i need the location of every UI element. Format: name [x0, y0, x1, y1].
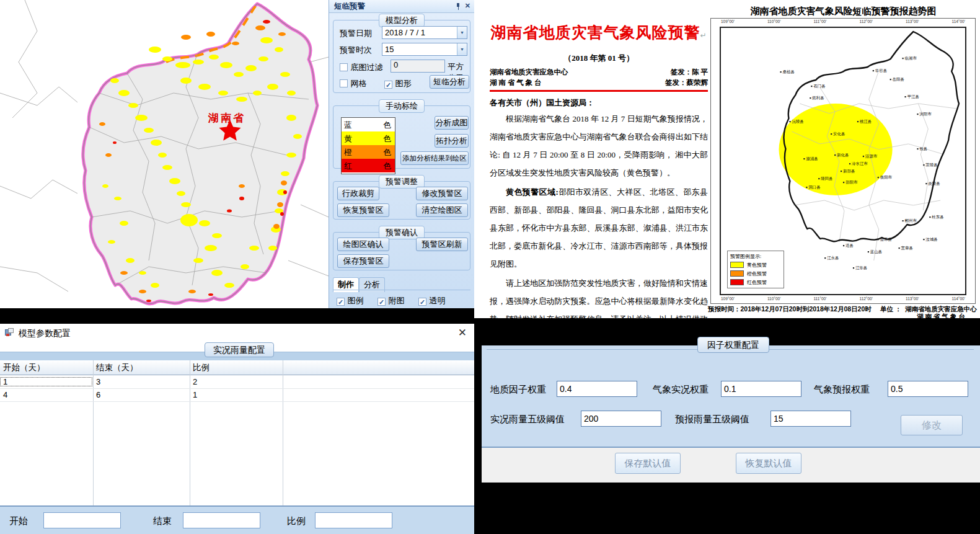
- graphic-checkbox[interactable]: ✓: [384, 81, 392, 89]
- group-manual-plot-label: 手动标绘: [379, 99, 425, 113]
- topology-analysis-button[interactable]: 拓扑分析: [435, 134, 469, 148]
- modify-button[interactable]: 修改: [901, 415, 963, 435]
- county-label: 涟源市: [865, 154, 878, 159]
- geo-weight-input[interactable]: [557, 381, 637, 397]
- signer-1: 签发：陈 平: [671, 68, 708, 77]
- signer-2: 签发：蔡荣辉: [665, 78, 708, 87]
- transparent-checkbox[interactable]: ✓: [418, 298, 426, 306]
- clear-canvas-button[interactable]: 清空绘图区: [416, 203, 468, 217]
- county-label: 汝城县: [925, 237, 938, 242]
- add-result-to-canvas-button[interactable]: 添加分析结果到绘区: [400, 151, 469, 165]
- document-viewer: 湖南省地质灾害气象风险预警↵ （2018 年第 01 号） 湖南省地质灾害应急中…: [474, 0, 980, 318]
- paragraph-1: 根据湖南省气象台 2018 年 12 月 7 日短期气象预报情况，湖南省地质灾害…: [490, 110, 708, 182]
- county-label: 桃江县: [860, 119, 872, 124]
- legend-checkbox[interactable]: ✓: [337, 298, 345, 306]
- live-rain-threshold-label: 实况雨量五级阈值: [490, 414, 565, 425]
- transparent-checkbox-label: 透明: [429, 296, 445, 305]
- map-legend: 预警图例显示: 黄色预警 橙色预警 红色预警: [727, 251, 784, 288]
- warn-time-label: 预警时次: [340, 45, 372, 56]
- color-item[interactable]: 蓝色: [342, 118, 395, 131]
- save-warning-area-button[interactable]: 保存预警区: [337, 254, 389, 268]
- county-label: 郴州市: [904, 218, 917, 223]
- county-label: 冷水江市: [852, 161, 868, 166]
- county-label: 江华县: [855, 265, 868, 270]
- restore-defaults-button[interactable]: 恢复默认值: [736, 453, 801, 474]
- analysis-to-map-button[interactable]: 分析成图: [435, 116, 469, 130]
- warn-date-label: 预警日期: [340, 28, 372, 39]
- county-label: 新邵县: [843, 169, 855, 174]
- admin-clip-button[interactable]: 行政裁剪: [337, 187, 379, 200]
- org-line-1: 湖南省地质灾害应急中心: [490, 68, 568, 77]
- trend-map-title: 湖南省地质灾害气象风险短临预警预报趋势图: [707, 6, 980, 17]
- refresh-warning-area-button[interactable]: 预警区刷新: [416, 238, 468, 251]
- panel-title: 短临预警: [329, 0, 474, 13]
- county-label: 岳阳县: [893, 77, 905, 82]
- county-label: 衡阳市: [880, 175, 893, 180]
- risk-map-canvas[interactable]: 湖南省: [0, 0, 329, 308]
- inset-map-checkbox[interactable]: ✓: [377, 298, 386, 306]
- legend-title: 预警图例显示:: [730, 253, 781, 260]
- county-label: 桑植县: [782, 69, 795, 74]
- pin-icon[interactable]: [456, 3, 461, 10]
- dialog-titlebar[interactable]: 模型参数配置 ✕: [0, 324, 474, 342]
- group-manual-plot: 手动标绘 蓝色黄色橙色红色 分析成图 拓扑分析 添加分析结果到绘区: [333, 105, 470, 169]
- table-row[interactable]: 4 6 1: [0, 389, 474, 401]
- chevron-down-icon[interactable]: ▼: [457, 43, 467, 55]
- basemap-filter-checkbox[interactable]: [340, 63, 348, 71]
- cell: 3: [93, 377, 100, 386]
- restore-warning-area-button[interactable]: 恢复预警区: [337, 203, 389, 217]
- short-term-analysis-button[interactable]: 短临分析: [430, 75, 469, 89]
- county-label: 慈利县: [811, 96, 824, 100]
- close-icon[interactable]: ✕: [465, 2, 470, 10]
- county-label: 宜章县: [901, 246, 914, 250]
- cell: 2: [190, 377, 197, 386]
- basemap-filter-label: 底图过滤: [350, 63, 382, 72]
- basemap-filter-input[interactable]: 0: [391, 60, 445, 73]
- grid-checkbox[interactable]: [340, 79, 348, 87]
- live-weather-weight-input[interactable]: [721, 381, 801, 397]
- warn-date-value: 2018 / 7 / 1: [385, 28, 425, 37]
- trend-map-figure: 湖南省地质灾害气象风险短临预警预报趋势图 109°00'110°00'111°0…: [707, 0, 980, 318]
- warning-color-list[interactable]: 蓝色黄色橙色红色: [341, 117, 395, 174]
- form-icon: [5, 328, 14, 337]
- footer-ratio-input[interactable]: [315, 512, 392, 528]
- modify-warning-area-button[interactable]: 修改预警区: [416, 187, 468, 200]
- warn-time-combobox[interactable]: 15 ▼: [382, 43, 467, 56]
- col-start-days: 开始（天）: [0, 362, 45, 373]
- cell: 1: [190, 390, 197, 399]
- tab-content: ✓ 图例 ✓ 附图 ✓ 透明: [333, 290, 470, 306]
- county-label: 炎陵县: [928, 181, 940, 186]
- trend-map-frame: 109°00'110°00'111°00'112°00'113°00'114°0…: [710, 18, 976, 304]
- color-item[interactable]: 黄色: [342, 131, 395, 145]
- document-title: 湖南省地质灾害气象风险预警↵: [490, 22, 708, 43]
- hunan-risk-map: 湖南省: [0, 0, 329, 308]
- legend-swatch-yellow: [730, 262, 744, 268]
- forecast-rain-threshold-label: 预报雨量五级阈值: [675, 414, 749, 425]
- save-defaults-button[interactable]: 保存默认值: [615, 453, 681, 474]
- dialog-close-icon[interactable]: ✕: [458, 326, 467, 339]
- canvas-confirm-button[interactable]: 绘图区确认: [337, 238, 389, 251]
- group-warning-confirm: 预警确认 绘图区确认 预警区刷新 保存预警区: [333, 232, 470, 270]
- county-label: 新化县: [837, 153, 849, 158]
- footer-end-input[interactable]: [183, 512, 260, 528]
- footer-start-label: 开始: [9, 515, 28, 527]
- forecast-rain-threshold-input[interactable]: [770, 411, 851, 427]
- county-label: 石门县: [813, 84, 826, 89]
- forecast-weight-input[interactable]: [888, 381, 968, 397]
- warn-date-combobox[interactable]: 2018 / 7 / 1 ▼: [382, 26, 467, 39]
- footer-ratio-label: 比例: [287, 515, 306, 527]
- cell: 1: [0, 377, 92, 386]
- county-label: 蓝山县: [870, 249, 883, 254]
- county-label: 道县: [845, 243, 854, 247]
- table-row[interactable]: 1 3 2: [0, 376, 474, 388]
- cell: 4: [0, 390, 7, 399]
- model-parameter-dialog: 模型参数配置 ✕ 实况雨量配置 开始（天） 结束（天） 比例 1 3 2 4 6…: [0, 324, 474, 534]
- footer-start-input[interactable]: [43, 512, 121, 528]
- legend-swatch-red: [730, 279, 744, 285]
- inset-map-checkbox-label: 附图: [388, 296, 404, 305]
- live-rain-threshold-input[interactable]: [581, 411, 661, 427]
- color-item[interactable]: 橙色: [342, 145, 395, 159]
- color-item[interactable]: 红色: [342, 159, 395, 172]
- county-label: 浏阳市: [919, 112, 932, 117]
- chevron-down-icon[interactable]: ▼: [457, 27, 467, 38]
